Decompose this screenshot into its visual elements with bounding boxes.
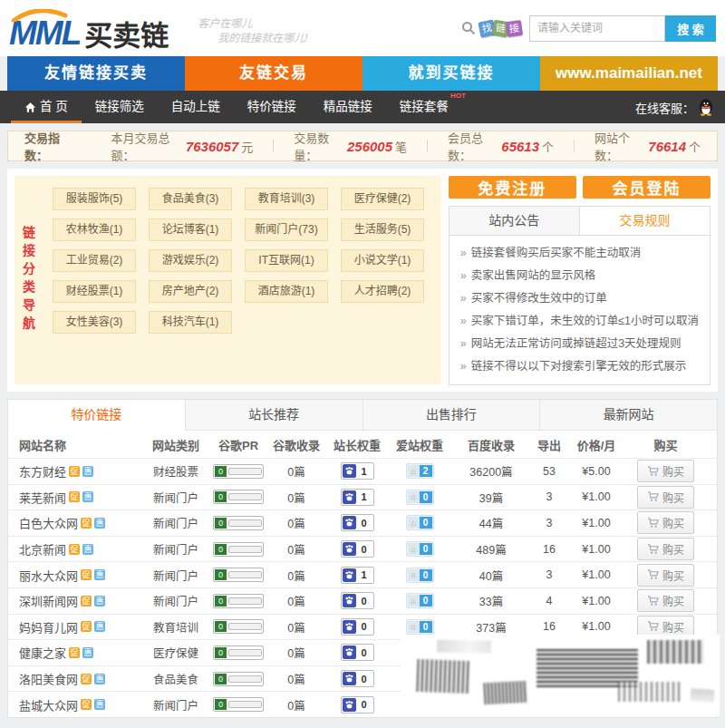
webmaster-weight-value: 1 [356, 466, 372, 477]
artifact-smudge [691, 688, 715, 703]
category-button-17[interactable]: 科技汽车(1) [149, 311, 232, 334]
link-table-tabs: 特价链接站长推荐出售排行最新网站 [8, 400, 717, 431]
notice-item-2[interactable]: »买家不得修改生效中的订单 [460, 287, 699, 310]
nav-item-4[interactable]: 精品链接 [310, 91, 386, 123]
link-table-tab-3[interactable]: 最新网站 [540, 400, 717, 430]
aizhan-weight-icon: ⌂ [408, 491, 420, 503]
site-name-link[interactable]: 健康之家 [19, 644, 66, 661]
nav-item-2[interactable]: 自动上链 [158, 91, 234, 123]
category-button-14[interactable]: 酒店旅游(1) [245, 280, 328, 303]
buy-button[interactable]: 购买 [637, 538, 694, 560]
promo-badge: 促 [81, 569, 92, 580]
site-category-cell: 食品美食 [141, 670, 210, 687]
banner-segment-3[interactable]: www.maimailian.net [540, 56, 718, 91]
pr-value: 0 [215, 674, 227, 684]
site-name-link[interactable]: 东方财经 [19, 462, 66, 480]
site-name-link[interactable]: 深圳新闻网 [19, 592, 78, 609]
site-name-link[interactable]: 莱芜新闻 [19, 489, 66, 506]
site-name-link[interactable]: 丽水大众网 [19, 567, 78, 584]
notice-item-3[interactable]: »买家下错订单，未生效的订单≤1小时可以取消 [460, 310, 699, 333]
google-pr-cell: 0 [210, 672, 266, 686]
banner-segment-2[interactable]: 就到买链接 [362, 56, 540, 91]
category-button-6[interactable]: 新闻门户(73) [245, 218, 328, 241]
pr-bar [228, 623, 262, 630]
link-table-tab-2[interactable]: 出售排行 [363, 400, 541, 430]
google-index-cell: 0篇 [266, 618, 326, 636]
banner-segment-0[interactable]: 友情链接买卖 [7, 56, 185, 91]
notice-item-0[interactable]: »链接套餐购买后买家不能主动取消 [460, 242, 699, 265]
paw-icon [344, 700, 354, 710]
site-name-link[interactable]: 盐城大众网 [19, 696, 78, 713]
baidu-index-cell: 373篇 [451, 618, 531, 636]
paw-icon [344, 466, 354, 476]
buy-button[interactable]: 购买 [637, 486, 694, 509]
stat-label: 网站个数： [594, 129, 645, 163]
pr-value: 0 [215, 518, 227, 529]
site-name-link[interactable]: 白色大众网 [19, 514, 78, 531]
register-button[interactable]: 免费注册 [449, 176, 576, 199]
webmaster-weight-cell: 1 [326, 567, 388, 584]
category-button-13[interactable]: 房产地产(2) [149, 280, 232, 303]
category-button-10[interactable]: IT互联网(1) [245, 249, 328, 272]
webmaster-weight-cell: 0 [326, 670, 388, 687]
tab-trade-rules[interactable]: 交易规则 [580, 207, 710, 235]
search-input[interactable] [529, 15, 665, 42]
link-table-tab-0[interactable]: 特价链接 [8, 400, 186, 431]
category-button-9[interactable]: 游戏娱乐(2) [149, 249, 232, 272]
notice-item-marker: » [460, 247, 467, 259]
site-name-link[interactable]: 妈妈育儿网 [19, 618, 78, 636]
nav-item-1[interactable]: 链接筛选 [82, 91, 158, 123]
site-logo[interactable]: MML 买卖链 [9, 7, 169, 50]
google-index-cell: 0篇 [266, 644, 326, 661]
notice-item-text: 卖家出售网站的显示风格 [471, 269, 596, 282]
aizhan-weight-value: 0 [420, 595, 432, 607]
category-button-4[interactable]: 农林牧渔(1) [53, 218, 136, 241]
buy-button-label: 购买 [662, 568, 684, 583]
banner-segment-1[interactable]: 友链交易 [185, 56, 362, 91]
table-row: 白色大众网促惠新闻门户00篇0⌂044篇3¥1.00购买 [8, 510, 717, 536]
category-button-8[interactable]: 工业贸易(2) [53, 249, 136, 272]
category-button-0[interactable]: 服装服饰(5) [53, 188, 136, 210]
login-button[interactable]: 会员登陆 [583, 176, 710, 199]
category-button-2[interactable]: 教育培训(3) [245, 188, 328, 210]
webmaster-weight-widget: 0 [341, 592, 374, 609]
category-button-16[interactable]: 女性美容(3) [53, 311, 136, 334]
google-pr-widget: 0 [213, 697, 264, 712]
aizhan-weight-value: 0 [420, 621, 432, 633]
buy-button[interactable]: 购买 [637, 589, 694, 612]
link-table-tab-1[interactable]: 站长推荐 [186, 400, 363, 430]
discount-badge: 惠 [82, 544, 93, 555]
nav-item-5[interactable]: 链接套餐HOT [386, 91, 462, 123]
tab-site-announcements[interactable]: 站内公告 [450, 207, 580, 235]
buy-button[interactable]: 购买 [637, 564, 694, 587]
buy-button[interactable]: 购买 [637, 460, 694, 482]
notice-item-4[interactable]: »网站无法正常访问或掉链超过3天处理规则 [460, 333, 699, 355]
nav-item-3[interactable]: 特价链接 [234, 91, 310, 123]
nav-item-0[interactable]: 首 页 [11, 91, 82, 123]
buy-button[interactable]: 购买 [637, 511, 694, 534]
notice-item-5[interactable]: »链接不得以以下对搜索引擎无效的形式展示 [460, 355, 699, 378]
google-index-cell: 0篇 [266, 567, 326, 584]
site-name-link[interactable]: 洛阳美食网 [19, 670, 78, 687]
aizhan-weight-value: 0 [420, 543, 432, 555]
search-button[interactable]: 搜 索 [665, 15, 716, 42]
google-pr-cell: 0 [210, 594, 266, 608]
price-cell: ¥1.00 [567, 517, 625, 529]
category-button-5[interactable]: 论坛博客(1) [149, 218, 232, 241]
table-row: 深圳新闻网促惠新闻门户00篇0⌂033篇4¥1.00购买 [8, 587, 717, 614]
site-name-link[interactable]: 北京新闻 [19, 540, 66, 558]
aizhan-weight-cell: ⌂0 [388, 568, 451, 583]
category-button-1[interactable]: 食品美食(3) [149, 188, 232, 210]
online-service[interactable]: 在线客服： [635, 91, 714, 123]
category-button-11[interactable]: 小说文学(1) [341, 249, 424, 272]
category-button-7[interactable]: 生活服务(5) [341, 218, 424, 241]
aizhan-weight-cell: ⌂0 [388, 619, 451, 635]
export-links-cell: 3 [531, 490, 567, 503]
image-artifact [401, 635, 720, 716]
category-button-3[interactable]: 医疗保健(2) [341, 188, 424, 210]
notice-item-1[interactable]: »卖家出售网站的显示风格 [460, 265, 699, 287]
category-button-15[interactable]: 人才招聘(2) [341, 280, 424, 303]
discount-badge: 惠 [82, 647, 93, 658]
webmaster-weight-widget: 1 [341, 462, 374, 480]
category-button-12[interactable]: 财经股票(1) [53, 280, 136, 303]
